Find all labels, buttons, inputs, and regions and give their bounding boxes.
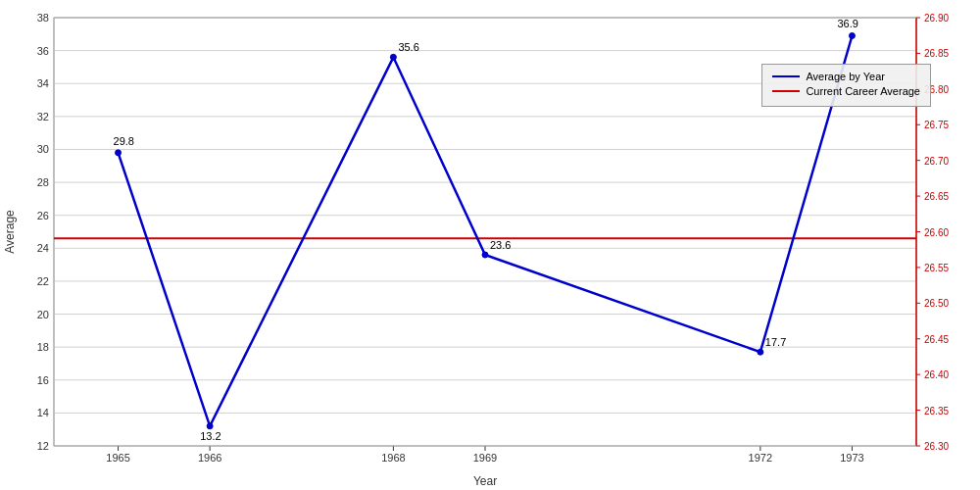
svg-text:24: 24 — [37, 242, 49, 254]
legend-label-average: Average by Year — [806, 71, 885, 82]
svg-text:Average: Average — [3, 210, 17, 254]
svg-text:18: 18 — [37, 341, 49, 353]
svg-text:13.2: 13.2 — [200, 430, 220, 442]
svg-text:32: 32 — [37, 111, 49, 122]
svg-text:26.90: 26.90 — [924, 13, 949, 24]
svg-point-77 — [390, 54, 396, 60]
svg-text:26.50: 26.50 — [924, 298, 949, 309]
legend-item-average: Average by Year — [772, 71, 920, 82]
svg-text:1965: 1965 — [106, 452, 129, 464]
svg-text:12: 12 — [37, 440, 49, 452]
chart-container: 121416182022242628303234363826.3026.3526… — [0, 0, 980, 490]
svg-text:30: 30 — [37, 143, 49, 155]
svg-text:26.60: 26.60 — [924, 227, 949, 238]
svg-text:36: 36 — [37, 45, 49, 57]
svg-text:26.65: 26.65 — [924, 191, 949, 202]
svg-text:26.45: 26.45 — [924, 334, 949, 345]
svg-text:36.9: 36.9 — [837, 18, 858, 29]
svg-text:34: 34 — [37, 77, 49, 89]
svg-text:23.6: 23.6 — [490, 239, 511, 251]
svg-text:26.40: 26.40 — [924, 369, 949, 380]
svg-point-75 — [207, 423, 213, 429]
svg-point-73 — [116, 150, 122, 156]
svg-text:35.6: 35.6 — [398, 41, 418, 53]
svg-text:22: 22 — [37, 275, 49, 287]
legend-line-blue — [772, 75, 800, 77]
svg-text:38: 38 — [37, 12, 49, 24]
svg-text:1973: 1973 — [840, 452, 863, 464]
svg-text:26.30: 26.30 — [924, 441, 949, 452]
svg-text:20: 20 — [37, 309, 49, 320]
svg-text:1966: 1966 — [198, 452, 221, 464]
svg-text:17.7: 17.7 — [765, 336, 786, 348]
svg-text:14: 14 — [37, 407, 49, 418]
svg-point-79 — [482, 252, 488, 258]
svg-text:29.8: 29.8 — [114, 135, 134, 147]
svg-text:16: 16 — [37, 374, 49, 386]
svg-text:1968: 1968 — [381, 452, 405, 464]
svg-text:26.55: 26.55 — [924, 263, 949, 273]
svg-text:26.85: 26.85 — [924, 48, 949, 59]
svg-point-81 — [758, 349, 763, 355]
svg-text:28: 28 — [37, 176, 49, 188]
svg-text:26: 26 — [37, 210, 49, 221]
svg-text:26.35: 26.35 — [924, 406, 949, 416]
legend-item-career: Current Career Average — [772, 85, 920, 97]
legend-box: Average by Year Current Career Average — [761, 64, 931, 107]
svg-text:1972: 1972 — [749, 452, 772, 464]
legend-label-career: Current Career Average — [806, 85, 920, 97]
svg-text:26.70: 26.70 — [924, 156, 949, 167]
svg-text:Year: Year — [473, 474, 497, 488]
svg-text:1969: 1969 — [473, 452, 497, 464]
svg-text:26.75: 26.75 — [924, 120, 949, 130]
legend-line-red — [772, 90, 800, 92]
svg-point-83 — [849, 32, 855, 38]
